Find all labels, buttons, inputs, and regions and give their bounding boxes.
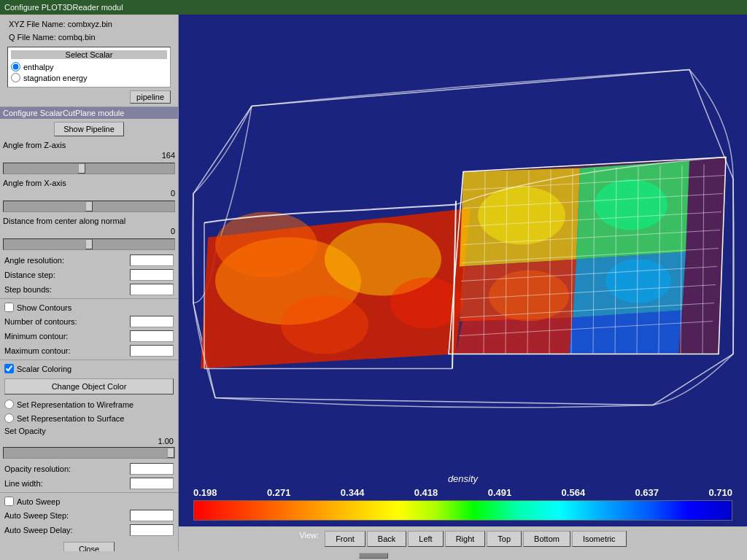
change-color-button[interactable]: Change Object Color bbox=[4, 378, 174, 394]
wireframe-label: Set Representation to Wireframe bbox=[17, 400, 133, 409]
auto-sweep-row[interactable]: Auto Sweep bbox=[0, 494, 178, 508]
surface-radio[interactable] bbox=[4, 413, 14, 423]
scroll-thumb[interactable] bbox=[359, 553, 388, 559]
num-contours-input[interactable]: 10 bbox=[130, 316, 174, 327]
step-bounds-label: Step bounds: bbox=[4, 285, 52, 294]
auto-sweep-delay-label: Auto Sweep Delay: bbox=[4, 526, 73, 534]
opacity-value: 1.00 bbox=[0, 437, 178, 446]
num-contours-label: Number of contours: bbox=[4, 317, 77, 326]
opacity-resolution-label: Opacity resolution: bbox=[4, 464, 71, 473]
cb-val-0: 0.198 bbox=[193, 487, 217, 498]
app-container: Configure PLOT3DReader modul XYZ File Na… bbox=[0, 0, 747, 560]
angle-x-label: Angle from X-axis bbox=[0, 177, 178, 189]
show-pipeline-button[interactable]: Show Pipeline bbox=[54, 122, 124, 136]
min-contour-input[interactable]: 0.197813 bbox=[130, 330, 174, 342]
radio-stagnation[interactable]: stagnation energy bbox=[11, 73, 167, 82]
opacity-resolution-input[interactable]: 0.01 bbox=[130, 463, 174, 475]
close-button[interactable]: Close bbox=[63, 542, 115, 551]
cb-val-3: 0.418 bbox=[414, 487, 438, 498]
auto-sweep-step-input[interactable]: 1 bbox=[130, 510, 174, 521]
q-file-label: Q File Name: combq.bin bbox=[4, 31, 174, 44]
configure-cutplane-title: Configure ScalarCutPlane module bbox=[0, 107, 178, 119]
auto-sweep-checkbox[interactable] bbox=[4, 497, 14, 506]
opacity-slider[interactable] bbox=[3, 447, 175, 459]
colorbar-gradient bbox=[193, 500, 732, 521]
radio-enthalpy-label: enthalpy bbox=[23, 63, 54, 71]
distance-slider[interactable] bbox=[3, 238, 175, 250]
min-contour-label: Minimum contour: bbox=[4, 332, 68, 341]
show-contours-checkbox[interactable] bbox=[4, 303, 14, 312]
opacity-label: Set Opacity bbox=[0, 425, 178, 437]
cb-val-5: 0.564 bbox=[562, 487, 586, 498]
svg-point-6 bbox=[215, 212, 317, 278]
distance-step-row: Distance step: 0.3824 bbox=[0, 268, 178, 282]
svg-point-5 bbox=[281, 296, 368, 354]
angle-z-value: 164 bbox=[0, 151, 178, 161]
view-front-button[interactable]: Front bbox=[325, 531, 365, 547]
wireframe-row[interactable]: Set Representation to Wireframe bbox=[0, 397, 178, 411]
wireframe-radio[interactable] bbox=[4, 400, 14, 409]
colorbar-label: density bbox=[448, 473, 478, 484]
auto-sweep-delay-row: Auto Sweep Delay: 1.0 bbox=[0, 523, 178, 537]
angle-resolution-row: Angle resolution: 1.0 bbox=[0, 253, 178, 268]
main-content: XYZ File Name: combxyz.bin Q File Name: … bbox=[0, 15, 747, 551]
scalar-coloring-row[interactable]: Scalar Coloring bbox=[0, 362, 178, 376]
surface-label: Set Representation to Surface bbox=[17, 414, 124, 423]
surface-row[interactable]: Set Representation to Surface bbox=[0, 411, 178, 425]
view-left-button[interactable]: Left bbox=[408, 531, 443, 547]
cb-val-2: 0.344 bbox=[341, 487, 365, 498]
radio-stagnation-label: stagnation energy bbox=[23, 74, 87, 82]
distance-slider-container bbox=[0, 237, 178, 253]
svg-point-16 bbox=[595, 179, 667, 230]
auto-sweep-step-row: Auto Sweep Step: 1 bbox=[0, 508, 178, 523]
auto-sweep-step-label: Auto Sweep Step: bbox=[4, 511, 69, 520]
radio-stagnation-input[interactable] bbox=[11, 73, 20, 82]
scalar-coloring-checkbox[interactable] bbox=[4, 364, 14, 373]
xyz-file-label: XYZ File Name: combxyz.bin bbox=[4, 18, 174, 31]
title-text: Configure PLOT3DReader modul bbox=[4, 3, 123, 12]
view-label: View: bbox=[299, 531, 319, 547]
auto-sweep-delay-input[interactable]: 1.0 bbox=[130, 524, 174, 536]
colorbar-values: 0.198 0.271 0.344 0.418 0.491 0.564 0.63… bbox=[193, 487, 732, 498]
colorbar-area: density 0.198 0.271 0.344 0.418 0.491 0.… bbox=[179, 467, 747, 526]
show-contours-row[interactable]: Show Contours bbox=[0, 300, 178, 314]
viz-svg bbox=[179, 15, 747, 467]
distance-label: Distance from center along normal bbox=[0, 215, 178, 227]
angle-x-slider[interactable] bbox=[3, 201, 175, 212]
angle-resolution-label: Angle resolution: bbox=[4, 256, 64, 265]
view-back-button[interactable]: Back bbox=[367, 531, 406, 547]
max-contour-row: Maximum contour: 0.710419 bbox=[0, 343, 178, 358]
angle-resolution-input[interactable]: 1.0 bbox=[130, 254, 174, 266]
max-contour-input[interactable]: 0.710419 bbox=[130, 345, 174, 357]
bottom-scrollbar bbox=[0, 551, 747, 560]
angle-z-slider[interactable] bbox=[3, 163, 175, 174]
angle-x-slider-container bbox=[0, 199, 178, 215]
step-bounds-input[interactable]: 10 bbox=[130, 284, 174, 295]
svg-marker-13 bbox=[456, 318, 573, 354]
view-top-button[interactable]: Top bbox=[487, 531, 522, 547]
viz-area: density 0.198 0.271 0.344 0.418 0.491 0.… bbox=[179, 15, 747, 551]
pipeline-btn-top[interactable]: pipeline bbox=[130, 90, 171, 104]
view-isometric-button[interactable]: Isometric bbox=[572, 531, 627, 547]
opacity-slider-container bbox=[0, 446, 178, 462]
cb-val-4: 0.491 bbox=[488, 487, 512, 498]
svg-marker-14 bbox=[569, 311, 682, 354]
scalar-coloring-label: Scalar Coloring bbox=[17, 365, 71, 373]
divider1 bbox=[0, 298, 178, 299]
view-bottom-button[interactable]: Bottom bbox=[523, 531, 570, 547]
file-info-section: XYZ File Name: combxyz.bin Q File Name: … bbox=[0, 15, 178, 107]
angle-z-label: Angle from Z-axis bbox=[0, 139, 178, 151]
line-width-label: Line width: bbox=[4, 479, 43, 488]
cb-val-6: 0.637 bbox=[635, 487, 659, 498]
radio-enthalpy-input[interactable] bbox=[11, 62, 20, 71]
max-contour-label: Maximum contour: bbox=[4, 346, 70, 355]
view-right-button[interactable]: Right bbox=[445, 531, 486, 547]
distance-step-input[interactable]: 0.3824 bbox=[130, 269, 174, 281]
opacity-resolution-row: Opacity resolution: 0.01 bbox=[0, 462, 178, 476]
angle-z-slider-container bbox=[0, 161, 178, 177]
line-width-input[interactable]: 4.0 bbox=[130, 478, 174, 489]
divider3 bbox=[0, 492, 178, 493]
line-width-row: Line width: 4.0 bbox=[0, 476, 178, 491]
title-bar: Configure PLOT3DReader modul bbox=[0, 0, 747, 15]
radio-enthalpy[interactable]: enthalpy bbox=[11, 62, 167, 71]
